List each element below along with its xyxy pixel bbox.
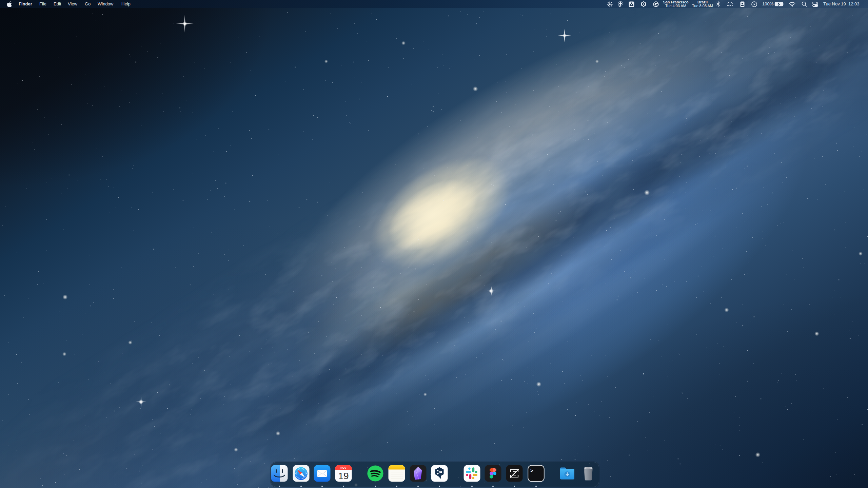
svg-text:19: 19 [338, 471, 349, 481]
svg-text:NOV: NOV [340, 466, 347, 469]
svg-text:>_: >_ [530, 468, 537, 474]
